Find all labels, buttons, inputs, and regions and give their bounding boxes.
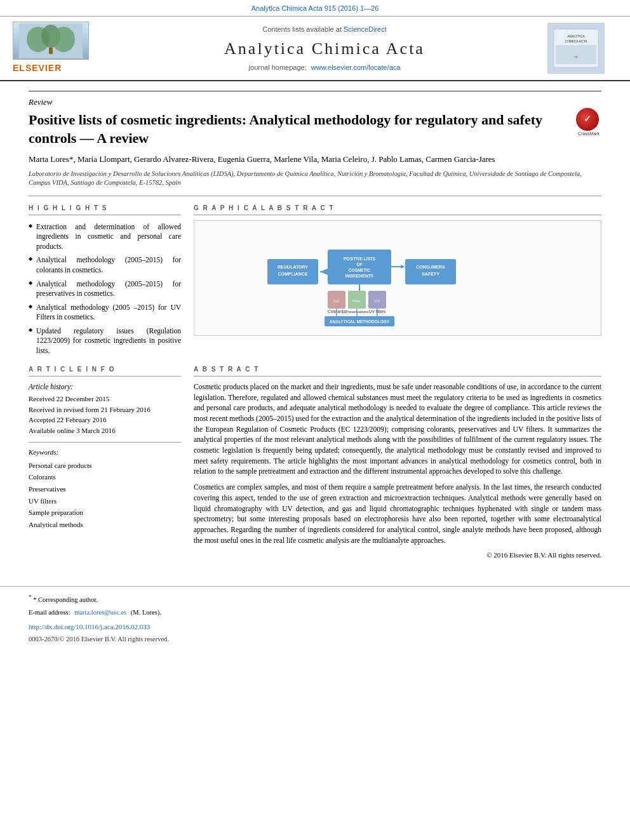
svg-text:OF: OF	[356, 262, 362, 267]
doi-line: http://dx.doi.org/10.1016/j.aca.2016.02.…	[29, 622, 601, 632]
svg-text:POSITIVE LISTS: POSITIVE LISTS	[344, 257, 376, 261]
journal-cover-icon: ANALYTICA CHIMICA ACTA 915	[551, 26, 601, 70]
svg-rect-4	[49, 48, 53, 54]
svg-text:SAFETY: SAFETY	[422, 272, 439, 276]
journal-header: ELSEVIER Contents lists available at Sci…	[0, 17, 630, 81]
doi-link[interactable]: http://dx.doi.org/10.1016/j.aca.2016.02.…	[29, 623, 150, 630]
journal-homepage-line: journal homepage: www.elsevier.com/locat…	[102, 63, 547, 72]
corresponding-author-label: * Corresponding author.	[33, 596, 98, 603]
contents-available-line: Contents lists available at ScienceDirec…	[102, 24, 547, 35]
highlights-graphical-section: H I G H L I G H T S Extraction and deter…	[29, 204, 601, 357]
svg-marker-22	[401, 265, 405, 269]
article-history-box: Article history: Received 22 December 20…	[29, 382, 181, 436]
homepage-link[interactable]: www.elsevier.com/locate/aca	[311, 63, 401, 71]
keywords-list: Personal care products Colorants Preserv…	[29, 460, 181, 531]
journal-cover-inner: ANALYTICA CHIMICA ACTA 915	[548, 23, 604, 73]
journal-cover-section: ANALYTICA CHIMICA ACTA 915	[547, 23, 611, 74]
svg-text:INGREDIENTS: INGREDIENTS	[345, 274, 374, 278]
corresponding-author-note: * * Corresponding author.	[29, 593, 601, 604]
article-info-abstract-section: A R T I C L E I N F O Article history: R…	[29, 365, 601, 561]
highlight-item-1: Extraction and determination of allowed …	[29, 220, 181, 254]
keyword-4: UV filters	[29, 495, 181, 507]
highlights-header: H I G H L I G H T S	[29, 204, 181, 215]
keyword-6: Analytical methods	[29, 519, 181, 531]
svg-text:CONSUMERS: CONSUMERS	[416, 265, 445, 269]
abstract-paragraph-1: Cosmetic products placed on the market a…	[194, 382, 601, 477]
contents-label: Contents lists available at	[262, 25, 342, 33]
journal-reference-bar: Analytica Chimica Acta 915 (2016) 1—26	[0, 0, 630, 17]
homepage-label: journal homepage:	[249, 63, 307, 71]
svg-text:Pres.: Pres.	[352, 299, 361, 303]
svg-text:ANALYTICA: ANALYTICA	[567, 34, 585, 38]
email-suffix: (M. Lores).	[131, 609, 161, 616]
review-label: Review	[29, 91, 601, 108]
highlights-column: H I G H L I G H T S Extraction and deter…	[29, 204, 181, 357]
svg-text:UV: UV	[375, 299, 380, 303]
email-label: E-mail address:	[29, 609, 70, 616]
email-address[interactable]: marta.lores@usc.es	[74, 609, 126, 616]
abstract-paragraph-2: Cosmetics are complex samples, and most …	[194, 482, 601, 545]
logo-image-box	[13, 22, 89, 60]
received-date: Received 22 December 2015	[29, 394, 181, 404]
graphical-abstract-svg: REGULATORY COMPLIANCE POSITIVE LISTS OF …	[201, 227, 594, 329]
graphical-abstract-column: G R A P H I C A L A B S T R A C T REGULA…	[194, 204, 601, 357]
article-title: Positive lists of cosmetic ingredients: …	[29, 111, 601, 147]
title-section: ✓ CrossMark Positive lists of cosmetic i…	[29, 111, 601, 147]
sciencedirect-link[interactable]: ScienceDirect	[344, 25, 387, 33]
svg-text:ANALYTICAL METHODOLOGY: ANALYTICAL METHODOLOGY	[330, 319, 390, 324]
elsevier-logo-section: ELSEVIER	[13, 22, 102, 75]
keywords-section: Keywords: Personal care products Coloran…	[29, 448, 181, 531]
keywords-title: Keywords:	[29, 448, 181, 457]
highlights-list: Extraction and determination of allowed …	[29, 220, 181, 357]
journal-reference-text: Analytica Chimica Acta 915 (2016) 1—26	[251, 4, 379, 12]
svg-text:CHIMICA ACTA: CHIMICA ACTA	[565, 39, 588, 43]
crossmark-label: CrossMark	[576, 131, 601, 137]
star-sup: *	[29, 594, 32, 600]
accepted-date: Accepted 22 February 2016	[29, 415, 181, 425]
highlight-item-3: Analytical methodology (2005–2015) for p…	[29, 277, 181, 301]
journal-title: Analytica Chimica Acta	[102, 37, 547, 60]
svg-rect-9	[556, 45, 596, 64]
elsevier-logo: ELSEVIER	[13, 22, 102, 75]
svg-rect-16	[328, 250, 391, 284]
abstract-column: A B S T R A C T Cosmetic products placed…	[194, 365, 601, 561]
highlight-item-5: Updated regulatory issues (Regulation 12…	[29, 324, 181, 358]
logo-image-inner	[13, 22, 88, 59]
main-content: Review ✓ CrossMark Positive lists of cos…	[0, 81, 630, 577]
issn-text: 0003-2670/© 2016 Elsevier B.V. All right…	[29, 635, 601, 644]
available-online-date: Available online 3 March 2016	[29, 425, 181, 436]
email-line: E-mail address: marta.lores@usc.es (M. L…	[29, 608, 601, 618]
footer-area: * * Corresponding author. E-mail address…	[0, 586, 630, 650]
info-divider	[29, 442, 181, 443]
highlight-item-2: Analytical methodology (2005–2015) for c…	[29, 253, 181, 277]
authors-text: Marta Lores*, Maria Llompart, Gerardo Al…	[29, 154, 495, 164]
keyword-5: Sample preparation	[29, 507, 181, 519]
svg-text:REGULATORY: REGULATORY	[278, 265, 308, 269]
abstract-text: Cosmetic products placed on the market a…	[194, 382, 601, 561]
svg-text:Col.: Col.	[333, 299, 340, 303]
svg-text:COSMETIC: COSMETIC	[349, 268, 371, 272]
received-revised-date: Received in revised form 21 February 201…	[29, 404, 181, 415]
keyword-3: Preservatives	[29, 483, 181, 495]
page-wrapper: Analytica Chimica Acta 915 (2016) 1—26	[0, 0, 630, 840]
abstract-header: A B S T R A C T	[194, 365, 601, 377]
svg-text:915: 915	[574, 55, 579, 58]
journal-info-center: Contents lists available at ScienceDirec…	[102, 24, 547, 73]
copyright-line: © 2016 Elsevier B.V. All rights reserved…	[194, 550, 601, 561]
keyword-1: Personal care products	[29, 460, 181, 472]
graphical-abstract-header: G R A P H I C A L A B S T R A C T	[194, 204, 601, 215]
svg-point-3	[52, 27, 75, 52]
svg-text:COMPLIANCE: COMPLIANCE	[278, 272, 307, 276]
article-history-title: Article history:	[29, 382, 181, 392]
affiliation-text: Laboratorio de Investigación y Desarroll…	[29, 170, 601, 196]
graphical-abstract-figure: REGULATORY COMPLIANCE POSITIVE LISTS OF …	[194, 220, 601, 336]
keyword-2: Colorants	[29, 471, 181, 483]
elsevier-brand-text: ELSEVIER	[13, 62, 62, 75]
article-info-header: A R T I C L E I N F O	[29, 365, 181, 377]
article-info-column: A R T I C L E I N F O Article history: R…	[29, 365, 181, 561]
authors-list: Marta Lores*, Maria Llompart, Gerardo Al…	[29, 154, 601, 165]
highlight-item-4: Analytical methodology (2005 –2015) for …	[29, 301, 181, 324]
crossmark-badge[interactable]: ✓ CrossMark	[576, 108, 601, 133]
elsevier-tree-icon	[19, 23, 83, 58]
crossmark-icon: ✓	[576, 108, 599, 131]
